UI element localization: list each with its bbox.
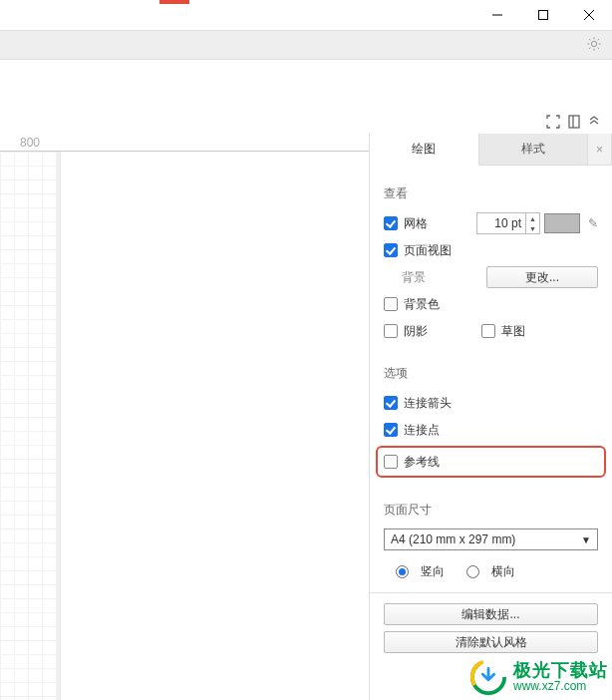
collapse-icon[interactable] xyxy=(588,115,600,129)
checkbox-sketch[interactable] xyxy=(481,324,495,338)
highlight-guides-box: 参考线 xyxy=(376,446,606,478)
panel-iconbar xyxy=(0,108,612,134)
checkbox-guides[interactable] xyxy=(384,455,398,469)
label-shadow: 阴影 xyxy=(404,323,428,340)
label-guides: 参考线 xyxy=(404,454,440,471)
svg-rect-1 xyxy=(539,11,548,20)
secondary-toolbar xyxy=(0,60,612,108)
svg-line-12 xyxy=(598,39,599,40)
checkbox-pageview[interactable] xyxy=(384,243,398,257)
label-sketch: 草图 xyxy=(501,323,525,340)
grid-size-value: 10 pt xyxy=(477,216,525,230)
clear-style-button[interactable]: 清除默认风格 xyxy=(384,631,598,653)
label-pageview: 页面视图 xyxy=(404,242,452,259)
close-button[interactable] xyxy=(566,0,612,30)
label-grid: 网格 xyxy=(404,215,428,232)
checkbox-shadow[interactable] xyxy=(384,324,398,338)
label-connect-arrows: 连接箭头 xyxy=(404,395,452,412)
stepper-down-icon[interactable]: ▼ xyxy=(526,223,539,233)
svg-line-10 xyxy=(598,47,599,48)
window-titlebar xyxy=(0,0,612,30)
radio-portrait[interactable] xyxy=(396,565,409,578)
label-bgcolor: 背景色 xyxy=(404,296,440,313)
checkbox-connect-points[interactable] xyxy=(384,423,398,437)
ruler-tick-label: 800 xyxy=(20,136,40,150)
watermark: 极光下载站 www.xz7.com xyxy=(469,658,608,696)
watermark-url: www.xz7.com xyxy=(513,680,608,693)
stepper-up-icon[interactable]: ▲ xyxy=(526,213,539,223)
page-size-select[interactable]: A4 (210 mm x 297 mm) ▼ xyxy=(384,528,598,550)
grid-color-swatch[interactable] xyxy=(544,213,580,233)
active-tab-indicator xyxy=(159,0,189,4)
section-options-title: 选项 xyxy=(384,365,598,382)
maximize-button[interactable] xyxy=(520,0,566,30)
chevron-down-icon: ▼ xyxy=(581,534,591,545)
section-view-title: 查看 xyxy=(384,185,598,202)
outline-icon[interactable] xyxy=(568,115,580,129)
pencil-icon[interactable]: ✎ xyxy=(588,216,598,230)
svg-rect-13 xyxy=(569,116,579,128)
svg-line-11 xyxy=(589,47,590,48)
divider xyxy=(370,592,612,593)
checkbox-connect-arrows[interactable] xyxy=(384,396,398,410)
label-connect-points: 连接点 xyxy=(404,422,440,439)
label-background: 背景 xyxy=(402,269,426,286)
label-landscape: 横向 xyxy=(491,563,515,580)
panel-tabs: 绘图 样式 × xyxy=(370,134,612,166)
canvas-area: 800 xyxy=(0,134,369,700)
page-size-value: A4 (210 mm x 297 mm) xyxy=(391,532,515,546)
minimize-button[interactable] xyxy=(474,0,520,30)
grid-size-input[interactable]: 10 pt ▲▼ xyxy=(476,212,540,234)
tab-style[interactable]: 样式 xyxy=(479,134,589,165)
section-pagesize-title: 页面尺寸 xyxy=(384,502,598,519)
checkbox-bgcolor[interactable] xyxy=(384,297,398,311)
edit-data-button[interactable]: 编辑数据... xyxy=(384,603,598,625)
radio-landscape[interactable] xyxy=(466,565,479,578)
tab-drawing[interactable]: 绘图 xyxy=(370,134,479,166)
canvas-page[interactable] xyxy=(60,152,369,700)
format-panel: 绘图 样式 × 查看 网格 10 pt ▲▼ ✎ xyxy=(369,134,612,700)
label-portrait: 竖向 xyxy=(421,563,445,580)
tab-close[interactable]: × xyxy=(588,134,612,165)
horizontal-ruler: 800 xyxy=(0,134,369,152)
checkbox-grid[interactable] xyxy=(384,216,398,230)
canvas-grid[interactable] xyxy=(0,152,58,700)
theme-icon[interactable] xyxy=(586,36,602,55)
change-background-button[interactable]: 更改... xyxy=(486,266,598,288)
svg-point-4 xyxy=(591,41,596,46)
watermark-logo-icon xyxy=(469,658,507,696)
svg-line-9 xyxy=(589,39,590,40)
top-toolbar xyxy=(0,30,612,60)
watermark-title: 极光下载站 xyxy=(513,661,608,681)
fullscreen-icon[interactable] xyxy=(546,115,560,129)
